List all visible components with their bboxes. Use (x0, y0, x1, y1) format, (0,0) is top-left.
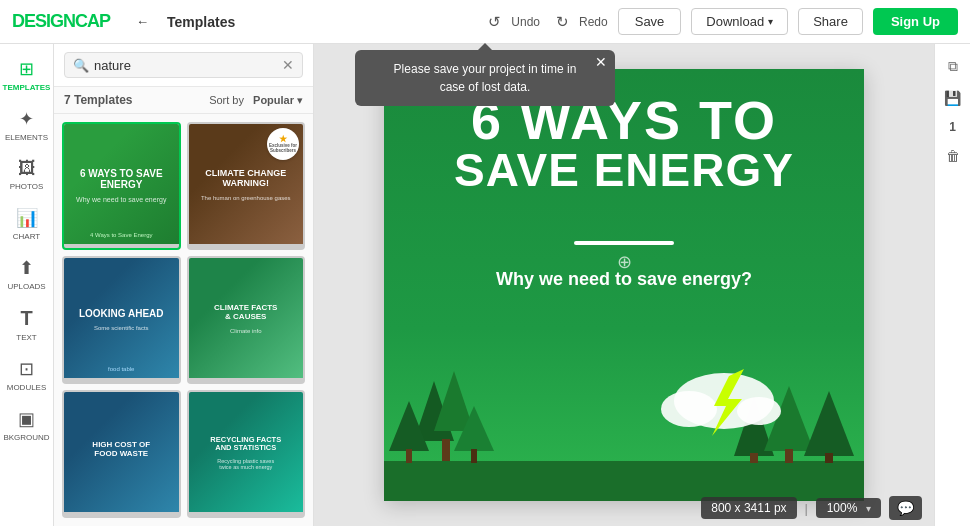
sort-button[interactable]: Sort by Popular ▾ (209, 94, 303, 107)
sort-value: Popular (253, 94, 294, 106)
template-title-5: HIGH COST OFFOOD WASTE (88, 437, 154, 463)
svg-rect-13 (825, 453, 833, 463)
chevron-down-icon: ▾ (768, 16, 773, 27)
template-thumb-6: RECYCLING FACTSAND STATISTICS Recycling … (189, 392, 304, 512)
left-sidebar: ⊞ TEMPLATES ✦ ELEMENTS 🖼 PHOTOS 📊 CHART … (0, 44, 54, 526)
svg-point-16 (737, 397, 781, 425)
template-thumb-1: 6 WAYS TO SAVE ENERGY Why we need to sav… (64, 124, 179, 244)
template-sub-2: The human on greenhouse gases (199, 193, 293, 203)
bottom-bar: 800 x 3411 px | 100% ▾ 💬 (368, 490, 934, 526)
search-bar: 🔍 ✕ (54, 44, 313, 87)
sidebar-label-elements: ELEMENTS (5, 133, 48, 142)
redo-label: Redo (579, 15, 608, 29)
sidebar-item-elements[interactable]: ✦ ELEMENTS (0, 100, 53, 150)
sort-label: Sort by (209, 94, 244, 106)
sidebar-label-modules: MODULES (7, 383, 47, 392)
sidebar-item-modules[interactable]: ⊡ MODULES (0, 350, 53, 400)
template-thumb-4: CLIMATE FACTS& CAUSES Climate info (189, 258, 304, 378)
save-button[interactable]: Save (618, 8, 682, 35)
template-card-1[interactable]: 6 WAYS TO SAVE ENERGY Why we need to sav… (62, 122, 181, 250)
template-thumb-5: HIGH COST OFFOOD WASTE (64, 392, 179, 512)
sidebar-label-bkground: BKGROUND (3, 433, 49, 442)
svg-rect-5 (406, 449, 412, 463)
search-input-wrap: 🔍 ✕ (64, 52, 303, 78)
back-icon: ← (136, 14, 149, 29)
search-clear-button[interactable]: ✕ (282, 57, 294, 73)
template-sub-5 (119, 463, 123, 467)
svg-rect-7 (471, 449, 477, 463)
svg-marker-12 (804, 391, 854, 456)
chart-icon: 📊 (16, 207, 38, 229)
zoom-control[interactable]: 100% ▾ (816, 498, 881, 518)
search-icon: 🔍 (73, 58, 89, 73)
undo-redo-group: ↺ Undo ↻ Redo (480, 8, 607, 36)
signup-button[interactable]: Sign Up (873, 8, 958, 35)
svg-rect-3 (442, 439, 450, 461)
canvas-landscape-svg (384, 301, 864, 501)
search-input[interactable] (94, 58, 277, 73)
page-title: Templates (167, 14, 235, 30)
redo-button[interactable]: ↻ (548, 8, 577, 36)
comment-button[interactable]: 💬 (889, 496, 922, 520)
bkground-icon: ▣ (18, 408, 35, 430)
template-sub-1: Why we need to save energy (74, 194, 168, 205)
right-toolbar: ⧉ 💾 1 🗑 (934, 44, 970, 526)
svg-point-15 (661, 391, 717, 427)
exclusive-badge: ★ Exclusive forSubscribers (267, 128, 299, 160)
download-button[interactable]: Download ▾ (691, 8, 788, 35)
uploads-icon: ⬆ (19, 257, 34, 279)
template-card-3[interactable]: Looking Ahead Some scientific facts food… (62, 256, 181, 384)
text-icon: T (20, 307, 32, 330)
sidebar-item-bkground[interactable]: ▣ BKGROUND (0, 400, 53, 450)
template-sub-3: Some scientific facts (92, 323, 151, 333)
template-title-4: CLIMATE FACTS& CAUSES (210, 300, 281, 326)
template-card-4[interactable]: CLIMATE FACTS& CAUSES Climate info (187, 256, 306, 384)
undo-label: Undo (511, 15, 540, 29)
right-copy-button[interactable]: ⧉ (939, 52, 967, 80)
template-thumb-3: Looking Ahead Some scientific facts food… (64, 258, 179, 378)
app-logo: DESIGNCAP (12, 11, 110, 32)
save-tooltip: ✕ Please save your project in time in ca… (355, 50, 615, 106)
sidebar-label-photos: PHOTOS (10, 182, 44, 191)
canvas-background: 6 WAYS TO SAVE ENERGY ⊕ Why we need to s… (384, 69, 864, 501)
templates-count: 7 Templates (64, 93, 132, 107)
back-button[interactable]: ← (128, 10, 157, 33)
templates-icon: ⊞ (19, 58, 34, 80)
undo-button[interactable]: ↺ (480, 8, 509, 36)
canvas-area: 6 WAYS TO SAVE ENERGY ⊕ Why we need to s… (314, 44, 934, 526)
main-area: ⊞ TEMPLATES ✦ ELEMENTS 🖼 PHOTOS 📊 CHART … (0, 44, 970, 526)
template-card-2[interactable]: CLIMATE CHANGE WARNING! The human on gre… (187, 122, 306, 250)
sidebar-item-templates[interactable]: ⊞ TEMPLATES (0, 50, 53, 100)
sidebar-label-uploads: UPLOADS (7, 282, 45, 291)
zoom-dropdown-button[interactable]: ▾ (864, 503, 873, 514)
templates-header: 7 Templates Sort by Popular ▾ (54, 87, 313, 114)
sidebar-item-text[interactable]: T TEXT (0, 299, 53, 350)
template-title-2: CLIMATE CHANGE WARNING! (189, 165, 304, 193)
sort-chevron-icon: ▾ (297, 94, 303, 107)
sidebar-item-chart[interactable]: 📊 CHART (0, 199, 53, 249)
right-save-button[interactable]: 💾 (939, 84, 967, 112)
sidebar-label-templates: TEMPLATES (3, 83, 51, 92)
topbar: DESIGNCAP ← Templates ↺ Undo ↻ Redo Save… (0, 0, 970, 44)
sidebar-label-chart: CHART (13, 232, 40, 241)
template-card-5[interactable]: HIGH COST OFFOOD WASTE (62, 390, 181, 518)
tooltip-close-button[interactable]: ✕ (595, 55, 607, 69)
template-card-6[interactable]: RECYCLING FACTSAND STATISTICS Recycling … (187, 390, 306, 518)
svg-rect-9 (750, 453, 758, 463)
dimensions-badge: 800 x 3411 px (701, 497, 796, 519)
canvas-wrapper: 6 WAYS TO SAVE ENERGY ⊕ Why we need to s… (384, 69, 864, 501)
template-title-1: 6 WAYS TO SAVE ENERGY (64, 164, 179, 194)
template-title-3: Looking Ahead (75, 304, 168, 323)
sidebar-item-photos[interactable]: 🖼 PHOTOS (0, 150, 53, 199)
canvas-divider (574, 241, 674, 245)
template-thumb-2: CLIMATE CHANGE WARNING! The human on gre… (189, 124, 304, 244)
modules-icon: ⊡ (19, 358, 34, 380)
sidebar-label-text: TEXT (16, 333, 36, 342)
share-button[interactable]: Share (798, 8, 863, 35)
templates-grid: 6 WAYS TO SAVE ENERGY Why we need to sav… (54, 114, 313, 526)
sidebar-item-uploads[interactable]: ⬆ UPLOADS (0, 249, 53, 299)
right-delete-button[interactable]: 🗑 (939, 142, 967, 170)
photos-icon: 🖼 (18, 158, 36, 179)
template-sub-6: Recycling plastic savestwice as much ene… (215, 456, 276, 472)
elements-icon: ✦ (19, 108, 34, 130)
